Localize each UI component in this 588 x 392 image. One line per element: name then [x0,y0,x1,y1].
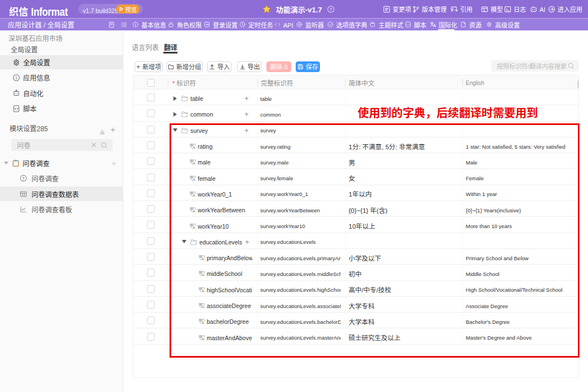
svg-text:?: ? [329,7,332,12]
